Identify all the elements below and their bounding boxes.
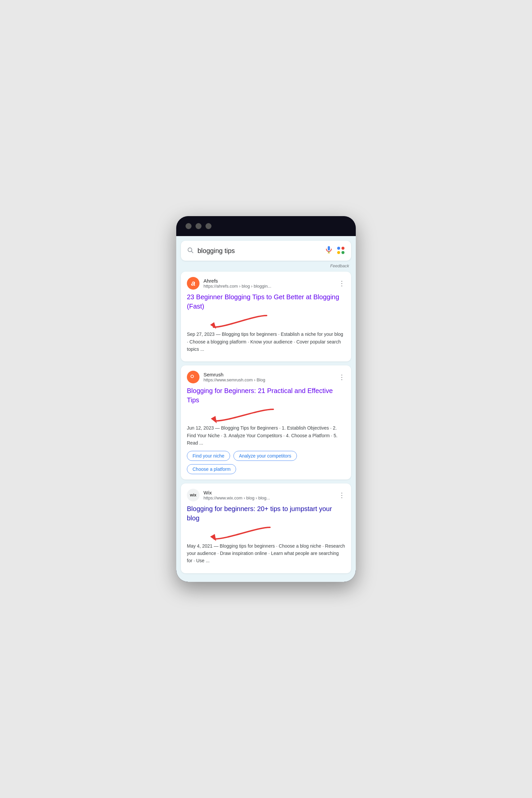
favicon-semrush	[187, 371, 200, 383]
google-lens-icon[interactable]	[337, 247, 345, 255]
red-arrow-ahrefs	[207, 312, 273, 330]
window-dot-1	[186, 223, 191, 229]
site-info-semrush: Semrush https://www.semrush.com › Blog	[187, 371, 265, 383]
site-name-url-ahrefs: Ahrefs https://ahrefs.com › blog › blogg…	[204, 278, 271, 289]
feedback-label: Feedback	[181, 263, 351, 268]
lens-dot-red	[341, 247, 344, 250]
title-area-ahrefs: 23 Beginner Blogging Tips to Get Better …	[187, 292, 345, 330]
result-title-ahrefs[interactable]: 23 Beginner Blogging Tips to Get Better …	[187, 292, 345, 311]
search-icon	[187, 247, 193, 255]
window-dot-2	[195, 223, 202, 229]
lens-dot-yellow	[337, 251, 340, 254]
result-snippet-wix: May 4, 2021 — Blogging tips for beginner…	[187, 542, 345, 565]
svg-marker-9	[211, 416, 217, 423]
svg-point-8	[191, 375, 193, 377]
site-info-wix: wix Wix https://www.wix.com › blog › blo…	[187, 489, 270, 501]
svg-marker-5	[210, 322, 216, 329]
more-options-ahrefs[interactable]: ⋮	[339, 279, 345, 287]
phone-top-bar	[176, 216, 356, 236]
svg-marker-10	[210, 534, 216, 541]
tag-find-your-niche[interactable]: Find your niche	[187, 451, 230, 461]
red-arrow-wix	[207, 524, 277, 542]
result-snippet-ahrefs: Sep 27, 2023 — Blogging tips for beginne…	[187, 330, 345, 353]
result-header-wix: wix Wix https://www.wix.com › blog › blo…	[187, 489, 345, 501]
phone-screen: blogging tips Feedback a	[176, 236, 356, 582]
microphone-icon[interactable]	[324, 245, 333, 256]
result-card-semrush: Semrush https://www.semrush.com › Blog ⋮…	[181, 365, 351, 479]
result-header-ahrefs: a Ahrefs https://ahrefs.com › blog › blo…	[187, 277, 345, 290]
search-bar[interactable]: blogging tips	[181, 241, 351, 261]
favicon-wix: wix	[187, 489, 200, 501]
search-query[interactable]: blogging tips	[197, 247, 321, 255]
svg-line-1	[191, 251, 193, 253]
result-header-semrush: Semrush https://www.semrush.com › Blog ⋮	[187, 371, 345, 383]
red-arrow-semrush	[207, 406, 280, 424]
tag-choose-platform[interactable]: Choose a platform	[187, 464, 236, 474]
site-name-ahrefs: Ahrefs	[204, 278, 271, 284]
site-url-wix: https://www.wix.com › blog › blog...	[204, 495, 270, 500]
lens-dot-green	[341, 251, 344, 254]
more-options-semrush[interactable]: ⋮	[339, 373, 345, 381]
favicon-ahrefs: a	[187, 277, 200, 290]
window-dot-3	[206, 223, 211, 229]
site-url-semrush: https://www.semrush.com › Blog	[204, 377, 265, 382]
result-card-wix: wix Wix https://www.wix.com › blog › blo…	[181, 483, 351, 573]
site-name-wix: Wix	[204, 490, 270, 495]
title-area-wix: Blogging for beginners: 20+ tips to jump…	[187, 504, 345, 542]
result-title-semrush[interactable]: Blogging for Beginners: 21 Practical and…	[187, 386, 345, 405]
phone-frame: blogging tips Feedback a	[176, 216, 356, 582]
site-url-ahrefs: https://ahrefs.com › blog › bloggin...	[204, 284, 271, 289]
title-area-semrush: Blogging for Beginners: 21 Practical and…	[187, 386, 345, 424]
site-info-ahrefs: a Ahrefs https://ahrefs.com › blog › blo…	[187, 277, 271, 290]
site-name-url-wix: Wix https://www.wix.com › blog › blog...	[204, 490, 270, 500]
result-tags-semrush: Find your niche Analyze your competitors…	[187, 451, 345, 474]
site-name-semrush: Semrush	[204, 372, 265, 377]
result-card-ahrefs: a Ahrefs https://ahrefs.com › blog › blo…	[181, 272, 351, 361]
lens-dot-blue	[337, 247, 340, 250]
tag-analyze-competitors[interactable]: Analyze your competitors	[233, 451, 297, 461]
site-name-url-semrush: Semrush https://www.semrush.com › Blog	[204, 372, 265, 382]
more-options-wix[interactable]: ⋮	[339, 491, 345, 499]
result-title-wix[interactable]: Blogging for beginners: 20+ tips to jump…	[187, 504, 345, 523]
result-snippet-semrush: Jun 12, 2023 — Blogging Tips for Beginne…	[187, 424, 345, 446]
svg-rect-2	[328, 246, 330, 250]
